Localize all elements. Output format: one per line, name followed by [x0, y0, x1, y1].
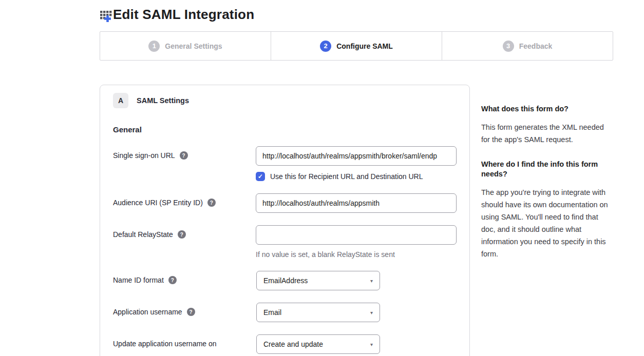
- help-icon[interactable]: ?: [178, 230, 186, 239]
- help-sidebar: What does this form do? This form genera…: [481, 85, 614, 274]
- checkbox-label[interactable]: Use this for Recipient URL and Destinati…: [270, 172, 423, 181]
- step-number-badge: 3: [503, 41, 514, 52]
- field-label-text: Default RelayState: [113, 230, 173, 239]
- default-relaystate-input[interactable]: [256, 225, 457, 245]
- field-single-sign-on-url: Single sign-on URL ? ✓ Use this for Reci…: [113, 146, 457, 181]
- name-id-format-select[interactable]: EmailAddress ▾: [256, 271, 380, 290]
- step-feedback[interactable]: 3 Feedback: [442, 32, 613, 60]
- field-label: Name ID format ?: [113, 271, 256, 284]
- page-title: Edit SAML Integration: [113, 7, 254, 23]
- section-a-badge: A: [113, 93, 128, 108]
- field-label-text: Audience URI (SP Entity ID): [113, 199, 203, 207]
- select-value: Email: [263, 308, 281, 317]
- general-section-title: General: [113, 125, 457, 134]
- application-username-select[interactable]: Email ▾: [256, 303, 380, 322]
- field-default-relaystate: Default RelayState ? If no value is set,…: [113, 225, 457, 259]
- app-grid-plus-icon: [100, 9, 113, 22]
- sidebar-body-what: This form generates the XML needed for t…: [481, 121, 614, 146]
- field-label-text: Single sign-on URL: [113, 151, 175, 160]
- help-icon[interactable]: ?: [168, 276, 177, 284]
- sidebar-body-where: The app you're trying to integrate with …: [481, 186, 614, 260]
- field-label-text: Update application username on: [113, 340, 217, 348]
- select-value: Create and update: [263, 340, 323, 348]
- help-icon[interactable]: ?: [180, 151, 188, 160]
- panel-title: SAML Settings: [137, 96, 189, 105]
- chevron-down-icon: ▾: [370, 310, 373, 315]
- step-label: Configure SAML: [336, 42, 393, 50]
- step-label: Feedback: [519, 42, 553, 50]
- relaystate-helper-text: If no value is set, a blank RelayState i…: [256, 250, 457, 259]
- audience-uri-input[interactable]: [256, 193, 457, 213]
- select-value: EmailAddress: [263, 276, 308, 285]
- field-name-id-format: Name ID format ? EmailAddress ▾: [113, 271, 457, 290]
- step-configure-saml[interactable]: 2 Configure SAML: [271, 32, 442, 60]
- field-label: Default RelayState ?: [113, 225, 256, 239]
- chevron-down-icon: ▾: [370, 278, 373, 284]
- field-label: Application username ?: [113, 303, 256, 316]
- recipient-destination-checkbox-row: ✓ Use this for Recipient URL and Destina…: [256, 172, 457, 181]
- sidebar-heading-what: What does this form do?: [481, 104, 614, 114]
- edit-saml-integration-page: Edit SAML Integration 1 General Settings…: [0, 0, 644, 356]
- help-icon[interactable]: ?: [207, 199, 216, 207]
- field-label-text: Application username: [113, 308, 182, 316]
- field-update-application-username: Update application username on Create an…: [113, 334, 457, 354]
- field-application-username: Application username ? Email ▾: [113, 303, 457, 322]
- single-sign-on-url-input[interactable]: [256, 146, 457, 166]
- field-label: Single sign-on URL ?: [113, 146, 256, 160]
- step-general-settings[interactable]: 1 General Settings: [100, 32, 271, 60]
- help-icon[interactable]: ?: [187, 308, 195, 316]
- step-number-badge: 2: [320, 41, 331, 52]
- field-audience-uri: Audience URI (SP Entity ID) ?: [113, 193, 457, 213]
- update-application-username-select[interactable]: Create and update ▾: [256, 334, 380, 354]
- page-header: Edit SAML Integration: [100, 0, 644, 23]
- sidebar-heading-where: Where do I find the info this form needs…: [481, 160, 614, 179]
- saml-settings-panel: A SAML Settings General Single sign-on U…: [100, 85, 470, 356]
- checked-checkbox-icon[interactable]: ✓: [256, 172, 265, 181]
- panel-header: A SAML Settings: [113, 93, 457, 108]
- field-label: Audience URI (SP Entity ID) ?: [113, 193, 256, 207]
- chevron-down-icon: ▾: [370, 342, 373, 347]
- field-label-text: Name ID format: [113, 276, 164, 284]
- step-label: General Settings: [165, 42, 222, 50]
- wizard-steps-bar: 1 General Settings 2 Configure SAML 3 Fe…: [100, 31, 613, 61]
- field-label: Update application username on: [113, 334, 256, 348]
- step-number-badge: 1: [148, 41, 160, 52]
